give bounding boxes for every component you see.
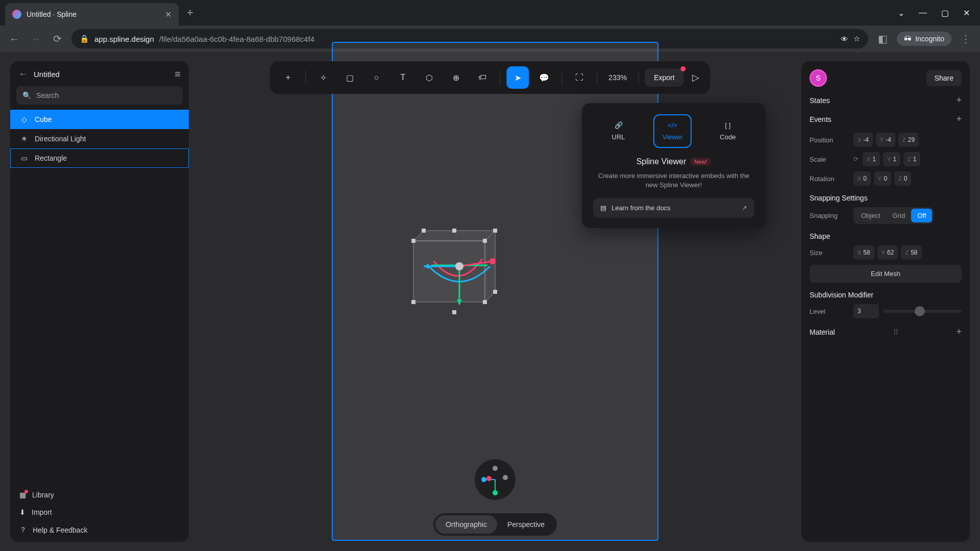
help-button[interactable]: ？ Help & Feedback — [19, 525, 180, 535]
layer-label: Rectangle — [35, 154, 67, 162]
user-avatar[interactable]: S — [810, 69, 827, 87]
import-label: Import — [32, 508, 52, 516]
tab-title: Untitled · Spline — [27, 10, 160, 18]
scale-x-input[interactable]: X1 — [863, 152, 880, 166]
material-options-icon[interactable]: ⠿ — [893, 328, 898, 336]
incognito-badge[interactable]: 🕶 Incognito — [897, 32, 951, 46]
orthographic-button[interactable]: Orthographic — [435, 515, 497, 534]
link-scale-icon[interactable]: ⟳ — [853, 156, 859, 163]
subdivision-heading: Subdivision Modifier — [810, 291, 873, 299]
layer-directional-light[interactable]: ☀ Directional Light — [10, 129, 189, 148]
tab-label: Viewer — [663, 133, 683, 141]
learn-docs-link[interactable]: ▤ Learn from the docs ↗ — [593, 198, 754, 218]
position-y-input[interactable]: Y-4 — [876, 133, 895, 147]
position-label: Position — [810, 136, 849, 144]
share-button[interactable]: Share — [926, 70, 962, 86]
file-title[interactable]: Untitled — [34, 70, 168, 79]
tag-tool-icon[interactable]: 🏷 — [471, 66, 494, 89]
zoom-level[interactable]: 233% — [603, 73, 632, 82]
new-tab-button[interactable]: + — [187, 6, 193, 19]
slider-thumb[interactable] — [915, 306, 925, 316]
rotation-z-input[interactable]: Z0 — [894, 171, 911, 186]
search-icon: 🔍 — [22, 91, 31, 99]
star-icon[interactable]: ☆ — [853, 34, 860, 43]
sun-icon: ☀ — [19, 134, 29, 143]
layer-cube[interactable]: ◇ Cube — [10, 110, 189, 129]
level-value-input[interactable]: 3 — [853, 304, 879, 318]
snapping-grid[interactable]: Grid — [887, 209, 912, 222]
position-z-input[interactable]: Z29 — [898, 133, 919, 147]
size-y-input[interactable]: Y62 — [877, 245, 898, 260]
layer-search[interactable]: 🔍 Search — [16, 86, 183, 105]
browser-tab-strip: Untitled · Spline ✕ + ⌄ — ▢ ✕ — [0, 0, 980, 26]
maximize-icon[interactable]: ▢ — [941, 8, 949, 18]
snapping-label: Snapping — [810, 212, 849, 219]
layers-list: ◇ Cube ☀ Directional Light ▭ Rectangle — [10, 110, 189, 491]
close-tab-icon[interactable]: ✕ — [165, 10, 172, 19]
layer-label: Directional Light — [35, 135, 86, 143]
snapping-off[interactable]: Off — [911, 209, 932, 222]
text-tool-icon[interactable]: T — [391, 66, 414, 89]
svg-rect-10 — [452, 229, 456, 233]
size-z-input[interactable]: Z58 — [901, 245, 921, 260]
add-material-button[interactable]: + — [956, 327, 962, 337]
rectangle-tool-icon[interactable]: ▢ — [338, 66, 361, 89]
scale-z-input[interactable]: Z1 — [903, 152, 920, 166]
export-tab-viewer[interactable]: </> Viewer — [653, 114, 692, 148]
level-label: Level — [810, 308, 849, 315]
chevron-down-icon[interactable]: ⌄ — [898, 8, 904, 18]
back-icon[interactable]: ← — [7, 33, 21, 45]
cursor-tool-icon[interactable]: ➤ — [506, 66, 529, 89]
export-tab-code[interactable]: [ ] Code — [710, 114, 745, 148]
top-toolbar: + ✧ ▢ ○ T ⬡ ⊕ 🏷 ➤ 💬 ⛶ 233% Export ▷ — [270, 61, 710, 94]
close-window-icon[interactable]: ✕ — [963, 8, 970, 18]
cube-tool-icon[interactable]: ⬡ — [418, 66, 440, 89]
extensions-icon[interactable]: ◧ — [875, 33, 890, 45]
frame-tool-icon[interactable]: ⛶ — [568, 66, 591, 89]
svg-point-24 — [481, 477, 486, 482]
title-text: Spline Viewer — [636, 157, 687, 166]
add-button[interactable]: + — [277, 66, 299, 89]
play-button[interactable]: ▷ — [688, 72, 703, 83]
sphere-tool-icon[interactable]: ⊕ — [445, 66, 467, 89]
minimize-icon[interactable]: — — [919, 8, 927, 18]
orientation-gizmo[interactable] — [475, 459, 516, 500]
comment-tool-icon[interactable]: 💬 — [533, 66, 555, 89]
snapping-segmented: Object Grid Off — [853, 207, 934, 224]
level-slider[interactable] — [883, 310, 962, 313]
scale-y-input[interactable]: Y1 — [883, 152, 900, 166]
kebab-menu-icon[interactable]: ⋮ — [959, 33, 973, 45]
selected-object-gizmo[interactable] — [393, 210, 526, 322]
snapping-object[interactable]: Object — [855, 209, 887, 222]
rotation-y-input[interactable]: Y0 — [874, 171, 891, 186]
perspective-button[interactable]: Perspective — [497, 515, 555, 534]
hamburger-icon[interactable]: ≡ — [175, 68, 181, 80]
position-x-input[interactable]: X-4 — [853, 133, 873, 147]
add-event-button[interactable]: + — [956, 114, 962, 124]
browser-tab[interactable]: Untitled · Spline ✕ — [5, 3, 179, 26]
separator — [500, 70, 500, 85]
export-label: Export — [654, 73, 674, 82]
layer-rectangle[interactable]: ▭ Rectangle — [10, 148, 189, 168]
add-state-button[interactable]: + — [956, 95, 962, 106]
code-brackets-icon: </> — [668, 121, 677, 129]
eye-off-icon[interactable]: 👁 — [841, 35, 848, 43]
forward-icon[interactable]: → — [29, 33, 43, 45]
pen-tool-icon[interactable]: ✧ — [312, 66, 334, 89]
export-tab-url[interactable]: 🔗 URL — [603, 114, 634, 148]
import-button[interactable]: ⬇ Import — [19, 508, 180, 516]
rectangle-icon: ▭ — [19, 154, 29, 163]
back-arrow-icon[interactable]: ← — [18, 69, 28, 80]
size-x-input[interactable]: X58 — [853, 245, 874, 260]
reload-icon[interactable]: ⟳ — [50, 33, 64, 45]
rotation-x-input[interactable]: X0 — [853, 171, 871, 186]
ellipse-tool-icon[interactable]: ○ — [365, 66, 387, 89]
library-button[interactable]: ▦ Library — [19, 491, 180, 499]
docs-icon: ▤ — [600, 204, 606, 212]
incognito-label: Incognito — [915, 35, 944, 43]
separator — [305, 70, 306, 85]
svg-rect-3 — [411, 239, 415, 243]
separator — [597, 70, 597, 85]
edit-mesh-button[interactable]: Edit Mesh — [810, 265, 962, 283]
export-button[interactable]: Export — [645, 68, 683, 87]
